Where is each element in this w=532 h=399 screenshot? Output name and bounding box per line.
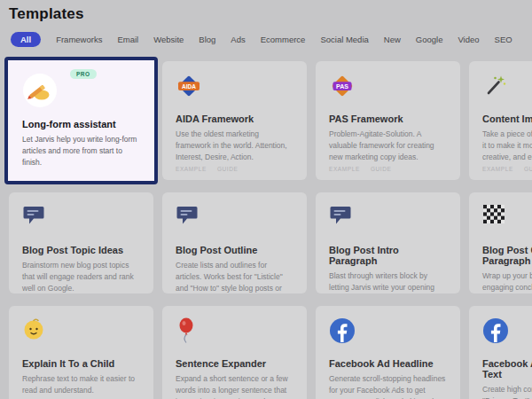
template-description: Generate scroll-stopping headlines for y…	[329, 373, 447, 399]
speech-bubble-icon	[176, 204, 199, 231]
filter-tab-bar: AllFrameworksEmailWebsiteBlogAdsEcommerc…	[11, 32, 523, 47]
template-card-blog-post-conclusion-paragraph[interactable]: Blog Post Conclusion ParagraphWrap up yo…	[469, 192, 532, 293]
card-footer-link-guide[interactable]: Guide	[217, 166, 239, 172]
template-title: Explain It To a Child	[22, 358, 140, 369]
checkered-flag-icon	[482, 204, 505, 229]
template-title: Content Improver	[482, 113, 532, 124]
template-description: Let Jarvis help you write long-form arti…	[22, 134, 140, 168]
facebook-icon	[482, 317, 509, 348]
balloon-icon	[176, 317, 197, 348]
card-icon-row	[482, 73, 532, 101]
tab-ecommerce[interactable]: Ecommerce	[261, 32, 306, 47]
template-card-facebook-ad-primary-text[interactable]: Facebook Ad Primary TextCreate high conv…	[469, 306, 532, 399]
template-card-explain-it-to-a-child[interactable]: Explain It To a ChildRephrase text to ma…	[9, 306, 153, 399]
template-card-sentence-expander[interactable]: Sentence ExpanderExpand a short sentence…	[162, 306, 307, 399]
card-footer-link-guide[interactable]: Guide	[371, 166, 392, 172]
tab-seo[interactable]: SEO	[495, 32, 512, 47]
template-description: Brainstorm new blog post topics that wil…	[22, 260, 140, 293]
card-icon-row	[176, 204, 293, 232]
template-description: Wrap up your blog posts with an engaging…	[482, 270, 532, 293]
card-icon-row	[176, 317, 293, 346]
pro-badge: PRO	[70, 69, 97, 79]
tab-blog[interactable]: Blog	[199, 32, 215, 47]
template-title: Facebook Ad Primary Text	[482, 358, 532, 379]
card-footer: ExampleGuide	[482, 166, 532, 172]
facebook-icon	[329, 317, 356, 348]
tab-all[interactable]: All	[11, 32, 41, 47]
template-description: Blast through writers block by letting J…	[329, 270, 447, 293]
template-card-pas-framework[interactable]: PASPAS FrameworkProblem-Agitate-Solution…	[316, 61, 460, 180]
card-icon-row	[329, 204, 447, 232]
speech-bubble-icon	[329, 204, 352, 231]
page-title: Templates	[9, 5, 523, 23]
templates-page: Templates AllFrameworksEmailWebsiteBlogA…	[0, 0, 532, 399]
card-icon-row	[22, 204, 140, 232]
magic-wand-icon	[482, 73, 507, 101]
tab-social-media[interactable]: Social Media	[320, 32, 368, 47]
template-card-blog-post-topic-ideas[interactable]: Blog Post Topic IdeasBrainstorm new blog…	[9, 192, 153, 293]
svg-text:PAS: PAS	[336, 83, 348, 90]
template-title: Blog Post Intro Paragraph	[329, 245, 447, 266]
card-footer-link-guide[interactable]: Guide	[524, 166, 532, 172]
tab-google[interactable]: Google	[416, 32, 443, 47]
template-description: Take a piece of content and rewrite it t…	[482, 129, 532, 162]
template-title: Blog Post Topic Ideas	[22, 245, 140, 255]
template-title: Blog Post Conclusion Paragraph	[482, 245, 532, 266]
template-title: Blog Post Outline	[176, 245, 293, 255]
template-title: Sentence Expander	[176, 358, 293, 369]
template-title: PAS Framework	[329, 113, 447, 124]
aida-badge-icon: AIDA	[176, 73, 202, 103]
template-card-content-improver[interactable]: Content ImproverTake a piece of content …	[469, 61, 532, 180]
template-card-blog-post-intro-paragraph[interactable]: Blog Post Intro ParagraphBlast through w…	[316, 192, 460, 293]
tab-website[interactable]: Website	[153, 32, 184, 47]
card-footer-link-example[interactable]: Example	[329, 166, 360, 172]
tab-email[interactable]: Email	[117, 32, 138, 47]
template-description: Expand a short sentence or a few words i…	[176, 373, 293, 399]
template-description: Use the oldest marketing framework in th…	[176, 129, 293, 162]
card-icon-row	[329, 317, 447, 346]
tab-frameworks[interactable]: Frameworks	[56, 32, 102, 47]
card-icon-row: PRO	[22, 73, 140, 108]
template-description: Create lists and outlines for articles. …	[176, 260, 293, 293]
template-title: Long-form assistant	[22, 119, 140, 129]
card-icon-row	[482, 204, 532, 232]
tab-new[interactable]: New	[384, 32, 401, 47]
card-icon-row: PAS	[329, 73, 447, 101]
tab-ads[interactable]: Ads	[231, 32, 245, 47]
card-icon-row	[22, 317, 140, 346]
template-card-blog-post-outline[interactable]: Blog Post OutlineCreate lists and outlin…	[162, 192, 307, 293]
template-title: AIDA Framework	[176, 113, 293, 124]
card-footer: ExampleGuide	[329, 166, 392, 172]
template-card-facebook-ad-headline[interactable]: Facebook Ad HeadlineGenerate scroll-stop…	[316, 306, 460, 399]
svg-text:AIDA: AIDA	[182, 83, 196, 90]
template-grid: PROLong-form assistantLet Jarvis help yo…	[9, 61, 532, 399]
template-description: Create high converting copy for the "Pri…	[482, 384, 532, 399]
template-card-long-form-assistant[interactable]: PROLong-form assistantLet Jarvis help yo…	[4, 57, 158, 184]
speech-bubble-icon	[22, 204, 45, 231]
template-description: Rephrase text to make it easier to read …	[22, 373, 140, 396]
template-card-aida-framework[interactable]: AIDAAIDA FrameworkUse the oldest marketi…	[162, 61, 307, 180]
card-icon-row: AIDA	[176, 73, 293, 101]
card-footer-link-example[interactable]: Example	[482, 166, 513, 172]
template-description: Problem-Agitate-Solution. A valuable fra…	[329, 129, 447, 162]
template-title: Facebook Ad Headline	[329, 358, 447, 369]
baby-face-icon	[22, 317, 45, 344]
pas-badge-icon: PAS	[329, 73, 356, 103]
tab-video[interactable]: Video	[458, 32, 479, 47]
card-footer: ExampleGuide	[176, 166, 239, 172]
card-icon-row	[482, 317, 532, 346]
writing-hand-icon	[22, 73, 58, 112]
card-footer-link-example[interactable]: Example	[176, 166, 207, 172]
